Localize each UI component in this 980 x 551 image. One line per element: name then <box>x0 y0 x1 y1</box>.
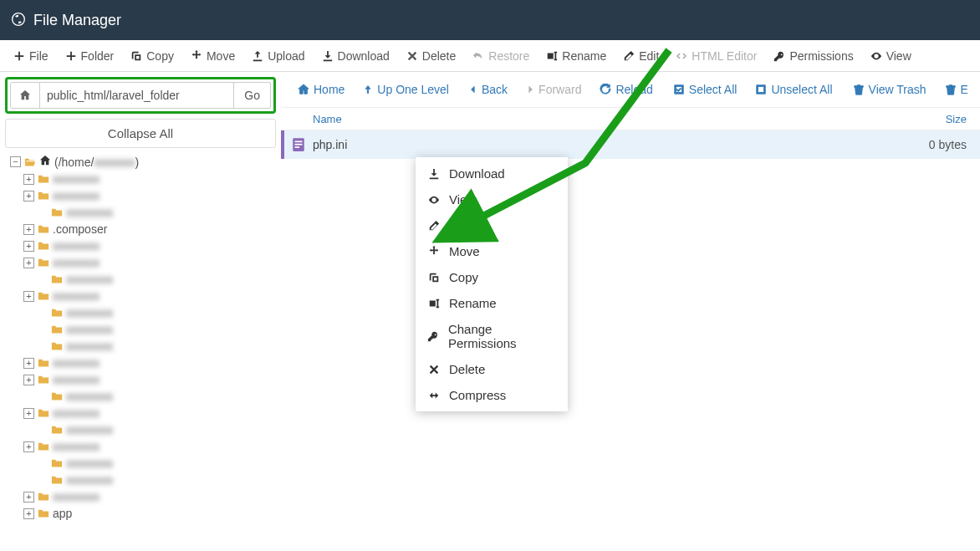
tree-toggle[interactable]: + <box>23 441 34 452</box>
download-icon <box>427 168 441 180</box>
tree-toggle[interactable]: + <box>23 191 34 202</box>
edit-label: Edit <box>639 49 659 63</box>
upload-button[interactable]: Upload <box>243 44 313 68</box>
view-label: View <box>886 49 911 63</box>
ctx-download[interactable]: Download <box>416 161 568 186</box>
delete-label: Delete <box>422 49 456 63</box>
plus-icon <box>13 50 25 62</box>
path-home-button[interactable] <box>10 82 40 109</box>
tree-item[interactable]: +xxxxxxxx <box>10 171 276 187</box>
ctx-delete[interactable]: Delete <box>416 356 568 382</box>
tree-item-label: app <box>53 507 72 520</box>
tree-item[interactable]: +xxxxxxxx <box>10 254 276 271</box>
tree-toggle[interactable]: + <box>23 508 34 519</box>
tree-toggle[interactable]: + <box>23 408 34 419</box>
rename-button[interactable]: Rename <box>538 44 615 68</box>
download-button[interactable]: Download <box>314 44 398 68</box>
plus-icon <box>65 50 77 62</box>
edit-button[interactable]: Edit <box>615 44 667 68</box>
select-all-button[interactable]: Select All <box>665 78 746 101</box>
tree-item[interactable]: xxxxxxxx <box>10 338 276 355</box>
tree-item[interactable]: +xxxxxxxx <box>10 438 276 455</box>
tree-item[interactable]: xxxxxxxx <box>10 304 276 321</box>
select-all-label: Select All <box>689 83 738 96</box>
pencil-icon <box>427 220 441 232</box>
home-icon <box>39 155 51 169</box>
tree-item[interactable]: +xxxxxxxx <box>10 488 276 505</box>
tree-item[interactable]: xxxxxxxx <box>10 271 276 288</box>
restore-label: Restore <box>488 49 529 63</box>
permissions-button[interactable]: Permissions <box>765 44 861 68</box>
back-button[interactable]: Back <box>461 78 516 101</box>
restore-button: Restore <box>464 44 538 68</box>
tree-item[interactable]: +xxxxxxxx <box>10 355 276 371</box>
view-trash-label: View Trash <box>869 83 926 96</box>
ctx-compress[interactable]: Compress <box>416 382 568 408</box>
tree-toggle[interactable]: + <box>23 358 34 369</box>
right-panel: Home Up One Level Back Forward Reload Se… <box>281 72 980 551</box>
tree-item[interactable]: xxxxxxxx <box>10 455 276 472</box>
tree-toggle[interactable]: + <box>23 291 34 302</box>
collapse-all-button[interactable]: Collapse All <box>5 119 276 148</box>
tree-item-label: xxxxxxxx <box>66 457 113 470</box>
tree-item[interactable]: +xxxxxxxx <box>10 405 276 421</box>
view-button[interactable]: View <box>862 44 920 68</box>
view-trash-button[interactable]: View Trash <box>845 78 935 101</box>
move-icon <box>191 50 202 62</box>
path-go-button[interactable]: Go <box>234 82 271 109</box>
tree-item[interactable]: xxxxxxxx <box>10 472 276 488</box>
tree-item-label: xxxxxxxx <box>53 406 100 420</box>
tree-toggle[interactable]: + <box>23 224 34 235</box>
tree-item[interactable]: xxxxxxxx <box>10 321 276 338</box>
tree-item[interactable]: xxxxxxxx <box>10 388 276 405</box>
ctx-permissions[interactable]: Change Permissions <box>416 316 568 356</box>
folder-icon <box>51 207 63 218</box>
tree-toggle[interactable]: + <box>23 258 34 268</box>
ctx-edit[interactable]: Edit <box>416 212 568 238</box>
tree-root[interactable]: − (/home/xxxxxxx) <box>10 153 276 171</box>
left-panel: Go Collapse All − (/home/xxxxxxx) +xxxxx… <box>0 72 281 551</box>
new-file-button[interactable]: File <box>5 44 57 68</box>
tree-toggle[interactable]: + <box>23 375 34 385</box>
col-size-header[interactable]: Size <box>913 113 980 125</box>
tree-toggle[interactable]: + <box>23 174 34 185</box>
tree-toggle[interactable]: + <box>23 492 34 503</box>
app-header: File Manager <box>0 0 980 40</box>
new-folder-button[interactable]: Folder <box>57 44 123 68</box>
empty-trash-button[interactable]: E <box>937 78 977 101</box>
ctx-move[interactable]: Move <box>416 238 568 264</box>
ctx-view[interactable]: View <box>416 186 568 212</box>
tree-toggle[interactable]: + <box>23 241 34 252</box>
folder-icon <box>51 273 63 285</box>
col-name-header[interactable]: Name <box>313 113 913 125</box>
up-one-level-button[interactable]: Up One Level <box>355 78 457 101</box>
tree-toggle[interactable]: − <box>10 156 21 167</box>
ctx-rename[interactable]: Rename <box>416 290 568 316</box>
tree-item[interactable]: +xxxxxxxx <box>10 237 276 254</box>
delete-button[interactable]: Delete <box>398 44 464 68</box>
ctx-copy[interactable]: Copy <box>416 264 568 290</box>
tree-item-label: xxxxxxxx <box>53 172 100 186</box>
tree-item[interactable]: +xxxxxxxx <box>10 288 276 304</box>
x-icon <box>406 50 418 62</box>
nav-home-button[interactable]: Home <box>289 78 353 101</box>
copy-label: Copy <box>146 49 174 63</box>
reload-button[interactable]: Reload <box>591 78 661 101</box>
tree-item[interactable]: +xxxxxxxx <box>10 187 276 204</box>
tree-item[interactable]: +xxxxxxxx <box>10 371 276 388</box>
file-row[interactable]: php.ini0 bytes <box>281 130 980 159</box>
tree-item-label: xxxxxxxx <box>53 356 100 370</box>
move-button[interactable]: Move <box>182 44 243 68</box>
code-icon <box>676 50 687 62</box>
tree-item[interactable]: +.composer <box>10 221 276 237</box>
tree-item[interactable]: +app <box>10 505 276 522</box>
move-label: Move <box>207 49 235 63</box>
tree-item-label: xxxxxxxx <box>66 273 113 286</box>
path-input[interactable] <box>40 82 234 109</box>
path-box: Go <box>5 77 276 114</box>
tree-item[interactable]: xxxxxxxx <box>10 204 276 221</box>
forward-button: Forward <box>518 78 590 101</box>
copy-button[interactable]: Copy <box>122 44 182 68</box>
unselect-all-button[interactable]: Unselect All <box>747 78 840 101</box>
tree-item[interactable]: xxxxxxxx <box>10 421 276 438</box>
